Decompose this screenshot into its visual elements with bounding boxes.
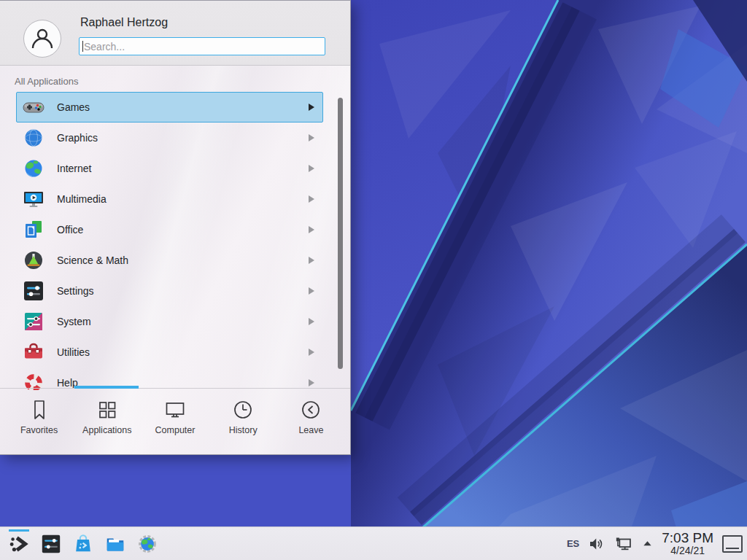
keyboard-layout-indicator[interactable]: ES	[567, 538, 579, 549]
search-placeholder: Search...	[84, 41, 125, 52]
system-settings-icon	[40, 533, 62, 555]
category-science-math[interactable]: Science & Math	[16, 245, 323, 276]
sliders-icon	[22, 279, 45, 303]
category-graphics[interactable]: Graphics	[16, 122, 323, 153]
launcher-header: Raphael Hertzog Search...	[0, 1, 350, 66]
show-desktop-button[interactable]	[722, 535, 743, 553]
category-system[interactable]: System	[16, 306, 323, 337]
system-sliders-icon	[22, 310, 45, 333]
category-label: Science & Math	[57, 254, 128, 266]
category-label: Multimedia	[57, 193, 107, 205]
category-label: System	[57, 316, 91, 327]
tab-computer[interactable]: Computer	[141, 389, 209, 454]
tab-applications[interactable]: Applications	[73, 389, 141, 454]
category-label: Office	[57, 224, 83, 236]
app-launcher-button[interactable]	[6, 529, 32, 559]
taskbar: ES 7:03 PM 4/24/21	[0, 526, 747, 560]
desktop-icon	[726, 548, 739, 549]
text-cursor	[82, 41, 83, 52]
user-icon	[30, 26, 55, 51]
toolbox-icon	[22, 341, 45, 364]
category-label: Games	[57, 101, 90, 113]
bookmark-icon	[28, 398, 51, 421]
app-grid-icon	[96, 398, 119, 421]
category-label: Internet	[57, 163, 91, 174]
expand-tray-icon[interactable]	[642, 538, 653, 549]
file-manager-button[interactable]	[102, 529, 128, 559]
chevron-right-icon	[309, 379, 314, 386]
monitor-play-icon	[22, 187, 45, 211]
section-label: All Applications	[15, 76, 78, 87]
documents-icon	[22, 218, 45, 241]
category-settings[interactable]: Settings	[16, 276, 323, 306]
system-settings-button[interactable]	[38, 529, 64, 559]
application-launcher-menu: Raphael Hertzog Search... All Applicatio…	[0, 0, 351, 455]
discover-button[interactable]	[70, 529, 96, 559]
system-tray: ES 7:03 PM 4/24/21	[567, 531, 747, 556]
chevron-right-icon	[309, 287, 314, 295]
chevron-right-icon	[309, 257, 314, 264]
category-label: Settings	[57, 285, 94, 297]
tab-history[interactable]: History	[209, 389, 277, 454]
network-icon[interactable]	[614, 534, 633, 553]
leave-icon	[299, 398, 322, 421]
list-scrollbar[interactable]	[338, 98, 343, 369]
clock-date: 4/24/21	[670, 545, 705, 556]
category-games[interactable]: Games	[16, 92, 323, 122]
category-internet[interactable]: Internet	[16, 153, 323, 184]
tab-label: Computer	[155, 425, 196, 435]
active-tab-indicator	[74, 386, 139, 389]
chevron-right-icon	[309, 134, 314, 141]
tab-favorites[interactable]: Favorites	[5, 389, 73, 454]
chevron-right-icon	[309, 165, 314, 172]
clock-time: 7:03 PM	[662, 531, 713, 545]
user-avatar[interactable]	[23, 20, 61, 58]
tab-label: History	[229, 425, 258, 435]
tab-label: Favorites	[20, 425, 58, 435]
gamepad-icon	[22, 96, 45, 119]
search-input[interactable]: Search...	[79, 37, 325, 55]
discover-icon	[72, 533, 94, 555]
globe-icon	[22, 157, 45, 180]
category-utilities[interactable]: Utilities	[16, 337, 323, 368]
chevron-right-icon	[309, 349, 314, 356]
chevron-right-icon	[309, 104, 314, 111]
user-name: Raphael Hertzog	[80, 16, 168, 29]
category-office[interactable]: Office	[16, 214, 323, 245]
chevron-right-icon	[309, 318, 314, 325]
category-label: Graphics	[57, 132, 98, 144]
category-help[interactable]: Help	[16, 368, 323, 390]
sphere-icon	[22, 126, 45, 149]
tab-label: Leave	[298, 425, 323, 435]
launcher-tab-bar: Favorites Applications Computer	[0, 388, 350, 454]
history-clock-icon	[231, 398, 255, 421]
volume-icon[interactable]	[588, 535, 605, 553]
category-multimedia[interactable]: Multimedia	[16, 184, 323, 214]
tab-label: Applications	[82, 425, 131, 435]
flask-icon	[22, 249, 45, 272]
category-label: Utilities	[57, 346, 90, 358]
folder-icon	[104, 533, 126, 555]
computer-icon	[163, 398, 187, 421]
browser-globe-icon	[136, 533, 158, 555]
web-browser-button[interactable]	[134, 529, 160, 559]
tab-leave[interactable]: Leave	[277, 389, 345, 454]
chevron-right-icon	[309, 195, 314, 203]
chevron-right-icon	[309, 226, 314, 233]
digital-clock[interactable]: 7:03 PM 4/24/21	[662, 531, 713, 556]
kickoff-icon	[8, 533, 30, 555]
category-list: Games Graphics	[0, 92, 350, 390]
